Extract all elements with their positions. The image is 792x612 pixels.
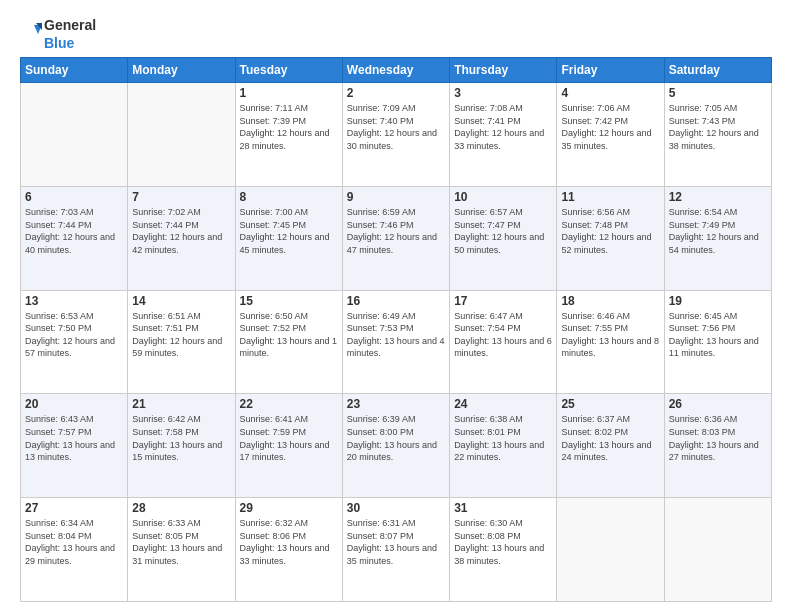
- calendar-week-5: 27Sunrise: 6:34 AM Sunset: 8:04 PM Dayli…: [21, 498, 772, 602]
- day-number: 18: [561, 294, 659, 308]
- day-info: Sunrise: 6:54 AM Sunset: 7:49 PM Dayligh…: [669, 206, 767, 256]
- table-row: 25Sunrise: 6:37 AM Sunset: 8:02 PM Dayli…: [557, 394, 664, 498]
- table-row: 2Sunrise: 7:09 AM Sunset: 7:40 PM Daylig…: [342, 83, 449, 187]
- day-info: Sunrise: 6:41 AM Sunset: 7:59 PM Dayligh…: [240, 413, 338, 463]
- table-row: 18Sunrise: 6:46 AM Sunset: 7:55 PM Dayli…: [557, 290, 664, 394]
- day-info: Sunrise: 6:31 AM Sunset: 8:07 PM Dayligh…: [347, 517, 445, 567]
- table-row: [128, 83, 235, 187]
- logo-blue: Blue: [44, 35, 74, 51]
- day-number: 31: [454, 501, 552, 515]
- day-info: Sunrise: 7:06 AM Sunset: 7:42 PM Dayligh…: [561, 102, 659, 152]
- day-info: Sunrise: 6:36 AM Sunset: 8:03 PM Dayligh…: [669, 413, 767, 463]
- calendar-week-2: 6Sunrise: 7:03 AM Sunset: 7:44 PM Daylig…: [21, 186, 772, 290]
- table-row: 8Sunrise: 7:00 AM Sunset: 7:45 PM Daylig…: [235, 186, 342, 290]
- day-number: 16: [347, 294, 445, 308]
- table-row: 14Sunrise: 6:51 AM Sunset: 7:51 PM Dayli…: [128, 290, 235, 394]
- col-monday: Monday: [128, 58, 235, 83]
- day-info: Sunrise: 6:46 AM Sunset: 7:55 PM Dayligh…: [561, 310, 659, 360]
- day-info: Sunrise: 6:33 AM Sunset: 8:05 PM Dayligh…: [132, 517, 230, 567]
- logo-text: General Blue: [20, 16, 96, 51]
- day-number: 25: [561, 397, 659, 411]
- day-number: 29: [240, 501, 338, 515]
- day-info: Sunrise: 6:50 AM Sunset: 7:52 PM Dayligh…: [240, 310, 338, 360]
- table-row: [557, 498, 664, 602]
- table-row: 28Sunrise: 6:33 AM Sunset: 8:05 PM Dayli…: [128, 498, 235, 602]
- day-info: Sunrise: 7:09 AM Sunset: 7:40 PM Dayligh…: [347, 102, 445, 152]
- day-info: Sunrise: 6:59 AM Sunset: 7:46 PM Dayligh…: [347, 206, 445, 256]
- day-number: 19: [669, 294, 767, 308]
- table-row: 4Sunrise: 7:06 AM Sunset: 7:42 PM Daylig…: [557, 83, 664, 187]
- table-row: 15Sunrise: 6:50 AM Sunset: 7:52 PM Dayli…: [235, 290, 342, 394]
- day-number: 6: [25, 190, 123, 204]
- table-row: 30Sunrise: 6:31 AM Sunset: 8:07 PM Dayli…: [342, 498, 449, 602]
- table-row: [664, 498, 771, 602]
- table-row: 31Sunrise: 6:30 AM Sunset: 8:08 PM Dayli…: [450, 498, 557, 602]
- header: General Blue: [20, 16, 772, 51]
- day-info: Sunrise: 6:39 AM Sunset: 8:00 PM Dayligh…: [347, 413, 445, 463]
- table-row: [21, 83, 128, 187]
- day-number: 12: [669, 190, 767, 204]
- day-number: 14: [132, 294, 230, 308]
- col-friday: Friday: [557, 58, 664, 83]
- day-number: 24: [454, 397, 552, 411]
- logo: General Blue: [20, 16, 96, 51]
- day-number: 2: [347, 86, 445, 100]
- table-row: 9Sunrise: 6:59 AM Sunset: 7:46 PM Daylig…: [342, 186, 449, 290]
- table-row: 6Sunrise: 7:03 AM Sunset: 7:44 PM Daylig…: [21, 186, 128, 290]
- table-row: 20Sunrise: 6:43 AM Sunset: 7:57 PM Dayli…: [21, 394, 128, 498]
- col-saturday: Saturday: [664, 58, 771, 83]
- day-number: 5: [669, 86, 767, 100]
- table-row: 11Sunrise: 6:56 AM Sunset: 7:48 PM Dayli…: [557, 186, 664, 290]
- logo-bird-icon: [20, 23, 42, 45]
- table-row: 24Sunrise: 6:38 AM Sunset: 8:01 PM Dayli…: [450, 394, 557, 498]
- day-info: Sunrise: 6:43 AM Sunset: 7:57 PM Dayligh…: [25, 413, 123, 463]
- page: General Blue Sunday Monday Tuesday Wedne…: [0, 0, 792, 612]
- col-wednesday: Wednesday: [342, 58, 449, 83]
- day-number: 26: [669, 397, 767, 411]
- table-row: 23Sunrise: 6:39 AM Sunset: 8:00 PM Dayli…: [342, 394, 449, 498]
- day-info: Sunrise: 7:02 AM Sunset: 7:44 PM Dayligh…: [132, 206, 230, 256]
- day-info: Sunrise: 7:05 AM Sunset: 7:43 PM Dayligh…: [669, 102, 767, 152]
- day-number: 11: [561, 190, 659, 204]
- calendar-week-4: 20Sunrise: 6:43 AM Sunset: 7:57 PM Dayli…: [21, 394, 772, 498]
- day-number: 30: [347, 501, 445, 515]
- table-row: 10Sunrise: 6:57 AM Sunset: 7:47 PM Dayli…: [450, 186, 557, 290]
- day-info: Sunrise: 7:03 AM Sunset: 7:44 PM Dayligh…: [25, 206, 123, 256]
- day-number: 21: [132, 397, 230, 411]
- table-row: 21Sunrise: 6:42 AM Sunset: 7:58 PM Dayli…: [128, 394, 235, 498]
- col-sunday: Sunday: [21, 58, 128, 83]
- day-info: Sunrise: 6:57 AM Sunset: 7:47 PM Dayligh…: [454, 206, 552, 256]
- day-info: Sunrise: 7:08 AM Sunset: 7:41 PM Dayligh…: [454, 102, 552, 152]
- calendar-week-1: 1Sunrise: 7:11 AM Sunset: 7:39 PM Daylig…: [21, 83, 772, 187]
- calendar-table: Sunday Monday Tuesday Wednesday Thursday…: [20, 57, 772, 602]
- table-row: 12Sunrise: 6:54 AM Sunset: 7:49 PM Dayli…: [664, 186, 771, 290]
- day-info: Sunrise: 6:51 AM Sunset: 7:51 PM Dayligh…: [132, 310, 230, 360]
- table-row: 5Sunrise: 7:05 AM Sunset: 7:43 PM Daylig…: [664, 83, 771, 187]
- table-row: 19Sunrise: 6:45 AM Sunset: 7:56 PM Dayli…: [664, 290, 771, 394]
- logo-general: General: [44, 17, 96, 33]
- day-number: 9: [347, 190, 445, 204]
- day-number: 4: [561, 86, 659, 100]
- day-info: Sunrise: 6:47 AM Sunset: 7:54 PM Dayligh…: [454, 310, 552, 360]
- day-info: Sunrise: 6:38 AM Sunset: 8:01 PM Dayligh…: [454, 413, 552, 463]
- day-info: Sunrise: 6:49 AM Sunset: 7:53 PM Dayligh…: [347, 310, 445, 360]
- day-number: 27: [25, 501, 123, 515]
- day-info: Sunrise: 6:34 AM Sunset: 8:04 PM Dayligh…: [25, 517, 123, 567]
- day-number: 15: [240, 294, 338, 308]
- col-thursday: Thursday: [450, 58, 557, 83]
- day-number: 7: [132, 190, 230, 204]
- table-row: 27Sunrise: 6:34 AM Sunset: 8:04 PM Dayli…: [21, 498, 128, 602]
- table-row: 17Sunrise: 6:47 AM Sunset: 7:54 PM Dayli…: [450, 290, 557, 394]
- table-row: 29Sunrise: 6:32 AM Sunset: 8:06 PM Dayli…: [235, 498, 342, 602]
- day-number: 3: [454, 86, 552, 100]
- day-info: Sunrise: 6:30 AM Sunset: 8:08 PM Dayligh…: [454, 517, 552, 567]
- day-info: Sunrise: 6:42 AM Sunset: 7:58 PM Dayligh…: [132, 413, 230, 463]
- day-info: Sunrise: 7:11 AM Sunset: 7:39 PM Dayligh…: [240, 102, 338, 152]
- table-row: 7Sunrise: 7:02 AM Sunset: 7:44 PM Daylig…: [128, 186, 235, 290]
- table-row: 13Sunrise: 6:53 AM Sunset: 7:50 PM Dayli…: [21, 290, 128, 394]
- day-info: Sunrise: 6:32 AM Sunset: 8:06 PM Dayligh…: [240, 517, 338, 567]
- day-number: 22: [240, 397, 338, 411]
- table-row: 1Sunrise: 7:11 AM Sunset: 7:39 PM Daylig…: [235, 83, 342, 187]
- day-number: 28: [132, 501, 230, 515]
- day-number: 8: [240, 190, 338, 204]
